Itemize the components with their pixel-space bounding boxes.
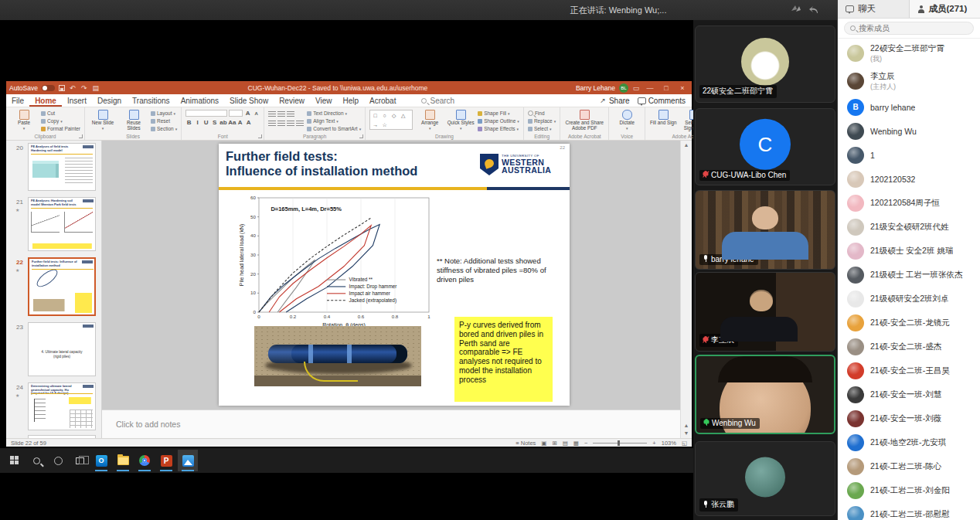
member-row[interactable]: 21硕-安全一班-刘慧 [838, 382, 980, 406]
member-row[interactable]: 1202120532 [838, 167, 980, 191]
text-direction-button[interactable]: Text Direction ▾ [307, 110, 361, 117]
video-tile-6[interactable]: 张云鹏 [695, 441, 835, 516]
file-explorer-icon[interactable] [113, 450, 133, 471]
slide-thumbnail-22[interactable]: Further field tests: Influence of instal… [28, 257, 96, 316]
presenter-icon[interactable]: ▤ [92, 84, 100, 92]
tab-members[interactable]: 成员(271) [910, 0, 980, 18]
redo-icon[interactable]: ↷ [80, 84, 88, 92]
member-row[interactable]: 1 [838, 143, 980, 167]
powerpoint-icon[interactable]: P [156, 450, 176, 471]
shape-icon-5[interactable]: ☆ [380, 121, 389, 129]
align-center-icon[interactable] [277, 121, 285, 127]
cut-button[interactable]: Cut [41, 110, 80, 117]
zoom-slider[interactable] [593, 443, 647, 444]
zoom-in-icon[interactable]: + [652, 440, 655, 447]
replace-button[interactable]: Replace ▾ [528, 117, 556, 124]
reset-button[interactable]: Reset [151, 117, 177, 124]
member-row[interactable]: 21硕-工岩二班-陈心 [838, 454, 980, 478]
justify-icon[interactable] [296, 121, 304, 127]
member-row[interactable]: 21硕-安全二班-龙镜元 [838, 311, 980, 335]
tab-chat[interactable]: 聊天 [838, 0, 909, 18]
font-style-icon-7[interactable]: A [245, 119, 252, 126]
member-row[interactable]: 21硕-地空2班-尤安琪 [838, 430, 980, 454]
minimize-button[interactable]: — [644, 84, 656, 92]
shape-icon-0[interactable]: □ [371, 111, 379, 120]
member-row[interactable]: 21级安全硕研2班代姓 [838, 215, 980, 239]
dialog-launcher-icon[interactable] [258, 134, 262, 138]
shape-fill-button[interactable]: Shape Fill ▾ [478, 110, 519, 117]
start-icon[interactable] [5, 450, 25, 471]
font-style-icon-2[interactable]: U [202, 119, 209, 126]
share-button[interactable]: ↗Share [599, 97, 630, 105]
quick-styles-button[interactable]: Quick Styles▾ [447, 110, 475, 131]
align-text-button[interactable]: Align Text ▾ [307, 117, 361, 124]
decrease-font-icon[interactable]: A [253, 111, 260, 116]
shape-effects-button[interactable]: Shape Effects ▾ [478, 125, 519, 132]
slide-thumbnail-23[interactable]: 4. Ultimate lateral capacity (rigid pile… [28, 322, 96, 376]
outlook-icon[interactable]: O [91, 450, 111, 471]
shape-outline-button[interactable]: Shape Outline ▾ [478, 117, 519, 124]
numbering-icon[interactable] [277, 111, 285, 117]
member-row[interactable]: 1202120584周子恒 [838, 191, 980, 215]
tab-animations[interactable]: Animations [175, 94, 224, 107]
shape-icon-4[interactable]: → [371, 121, 379, 129]
member-row[interactable]: 21级硕士 安全2班 姚瑞 [838, 239, 980, 263]
font-style-icon-0[interactable]: B [185, 119, 192, 126]
slide-thumbnail-20[interactable]: FE Analyses of field tests Hardening soi… [28, 143, 96, 191]
undo-arrow-icon[interactable] [808, 3, 821, 16]
ribbon-options-icon[interactable]: ▭ [632, 84, 640, 92]
zoom-out-icon[interactable]: − [584, 440, 587, 447]
tab-file[interactable]: File [6, 94, 29, 107]
font-style-icon-1[interactable]: I [194, 119, 201, 126]
fill-sign-button[interactable]: Fill and Sign [649, 110, 677, 126]
tab-slide-show[interactable]: Slide Show [224, 94, 274, 107]
scroll-up-icon[interactable]: ▲ [681, 142, 692, 148]
dialog-launcher-icon[interactable] [359, 134, 363, 138]
video-tile-5[interactable]: Wenbing Wu [695, 355, 835, 434]
tab-home[interactable]: Home [29, 94, 62, 107]
tab-transitions[interactable]: Transitions [127, 94, 175, 107]
member-row[interactable]: 李立辰(主持人) [838, 67, 980, 95]
paste-button[interactable]: Paste▾ [10, 110, 38, 131]
slide-sorter-icon[interactable]: ⊞ [552, 440, 556, 447]
chrome-icon[interactable] [134, 450, 155, 471]
shape-icon-1[interactable]: ○ [380, 111, 389, 120]
dialog-launcher-icon[interactable] [79, 134, 83, 138]
avatar[interactable]: BL [619, 83, 628, 93]
font-style-icon-5[interactable]: Aa [228, 119, 235, 126]
layout-button[interactable]: Layout ▾ [151, 110, 177, 117]
member-row[interactable]: 21级硕士 工岩一班张依杰 [838, 263, 980, 287]
member-search-input[interactable] [859, 24, 951, 32]
video-tile-2[interactable]: CCUG-UWA-Libo Chen [695, 108, 835, 185]
reuse-slides-button[interactable]: Reuse Slides [120, 110, 148, 131]
shape-icon-3[interactable]: △ [399, 111, 407, 120]
editor-scrollbar[interactable]: ▲ ▲ ▼ [680, 141, 692, 438]
comments-button[interactable]: Comments [638, 97, 686, 105]
font-size-select[interactable] [229, 110, 243, 117]
slide-canvas[interactable]: Further field tests: Influence of instal… [219, 144, 570, 406]
video-tile-1[interactable]: 22硕安全二班邵宁霄 [695, 25, 835, 103]
tab-help[interactable]: Help [337, 94, 364, 107]
fit-to-window-icon[interactable]: ◱ [682, 440, 687, 447]
create-share-pdf-button[interactable]: Create and Share Adobe PDF [564, 110, 604, 131]
tab-design[interactable]: Design [92, 94, 127, 107]
cortana-icon[interactable] [48, 450, 68, 471]
member-row[interactable]: Wenbing Wu [838, 119, 980, 143]
member-row[interactable]: 21级硕研安全2班刘卓 [838, 287, 980, 311]
tab-acrobat[interactable]: Acrobat [364, 94, 401, 107]
save-icon[interactable] [59, 85, 65, 91]
slide-thumbnail-21[interactable]: FE Analyses: Hardening soil model Shento… [28, 197, 96, 251]
arrange-button[interactable]: Arrange▾ [416, 110, 444, 131]
font-style-icon-4[interactable]: ab [219, 119, 226, 126]
find-button[interactable]: Find [528, 110, 556, 117]
member-row[interactable]: 21硕-工岩二班-刘金阳 [838, 478, 980, 502]
search-icon[interactable] [26, 450, 46, 471]
select-button[interactable]: Select ▾ [528, 125, 556, 132]
font-name-select[interactable] [185, 110, 227, 117]
close-button[interactable]: × [676, 84, 689, 92]
font-style-icon-6[interactable]: A [236, 119, 243, 126]
undo-icon[interactable]: ↶ [69, 84, 77, 92]
format-painter-button[interactable]: Format Painter [41, 125, 80, 132]
slide-thumbnail-24[interactable]: Determining ultimate lateral geotechnica… [28, 382, 96, 430]
new-slide-button[interactable]: New Slide▾ [89, 110, 117, 131]
